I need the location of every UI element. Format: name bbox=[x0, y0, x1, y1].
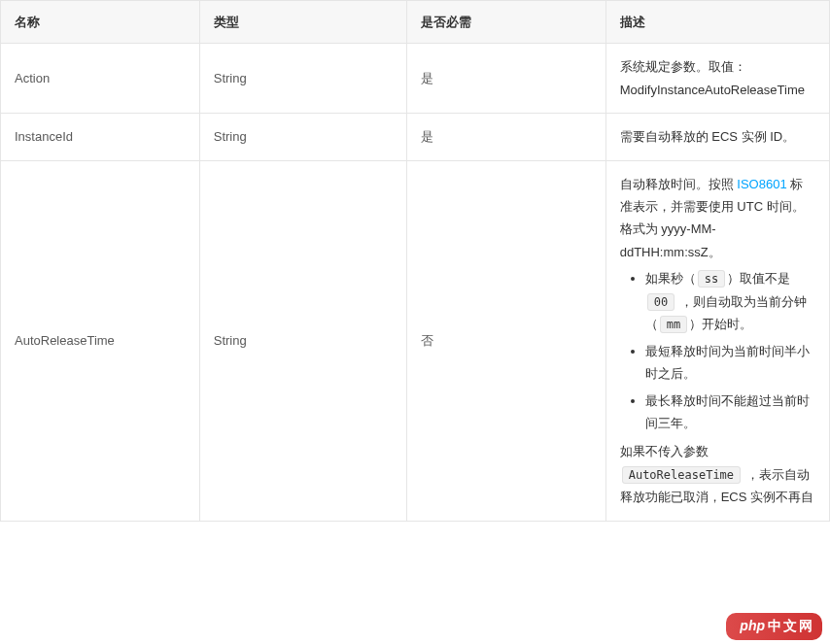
cell-required: 是 bbox=[406, 44, 605, 114]
header-required: 是否必需 bbox=[406, 1, 605, 44]
code-snippet: ss bbox=[698, 270, 725, 288]
parameters-table: 名称 类型 是否必需 描述 Action String 是 系统规定参数。取值：… bbox=[0, 0, 830, 522]
table-row: InstanceId String 是 需要自动释放的 ECS 实例 ID。 bbox=[1, 114, 830, 160]
desc-text: 如果秒（ bbox=[645, 271, 696, 286]
list-item: 最短释放时间为当前时间半小时之后。 bbox=[645, 340, 815, 386]
desc-tail: 如果不传入参数 AutoReleaseTime ，表示自动释放功能已取消，ECS… bbox=[620, 440, 815, 508]
code-snippet: 00 bbox=[647, 293, 674, 311]
desc-text: 如果不传入参数 bbox=[620, 444, 709, 458]
iso8601-link[interactable]: ISO8601 bbox=[737, 177, 786, 191]
cell-type: String bbox=[199, 160, 406, 521]
desc-text: 自动释放时间。按照 bbox=[620, 177, 738, 191]
desc-text: ）开始时。 bbox=[689, 317, 752, 331]
cell-name: InstanceId bbox=[1, 114, 200, 160]
header-description: 描述 bbox=[605, 1, 829, 44]
cell-type: String bbox=[199, 44, 406, 114]
table-header-row: 名称 类型 是否必需 描述 bbox=[1, 1, 830, 44]
table-row: Action String 是 系统规定参数。取值：ModifyInstance… bbox=[1, 44, 830, 114]
desc-text: ）取值不是 bbox=[727, 271, 790, 286]
code-snippet: mm bbox=[660, 316, 687, 333]
cell-description: 自动释放时间。按照 ISO8601 标准表示，并需要使用 UTC 时间。格式为 … bbox=[605, 160, 829, 521]
desc-bullet-list: 如果秒（ss）取值不是 00 ，则自动取为当前分钟（mm）开始时。 最短释放时间… bbox=[620, 267, 815, 434]
cell-type: String bbox=[199, 114, 406, 160]
table-row: AutoReleaseTime String 否 自动释放时间。按照 ISO86… bbox=[1, 160, 830, 521]
cell-required: 是 bbox=[406, 114, 605, 160]
cell-description: 系统规定参数。取值：ModifyInstanceAutoReleaseTime bbox=[605, 44, 829, 114]
cell-name: AutoReleaseTime bbox=[1, 160, 200, 521]
cell-description: 需要自动释放的 ECS 实例 ID。 bbox=[605, 114, 829, 160]
header-type: 类型 bbox=[199, 1, 406, 44]
code-snippet: AutoReleaseTime bbox=[622, 466, 741, 484]
list-item: 如果秒（ss）取值不是 00 ，则自动取为当前分钟（mm）开始时。 bbox=[645, 267, 815, 336]
cell-name: Action bbox=[1, 44, 200, 114]
header-name: 名称 bbox=[1, 1, 200, 44]
cell-required: 否 bbox=[406, 160, 605, 521]
list-item: 最长释放时间不能超过当前时间三年。 bbox=[645, 390, 815, 435]
